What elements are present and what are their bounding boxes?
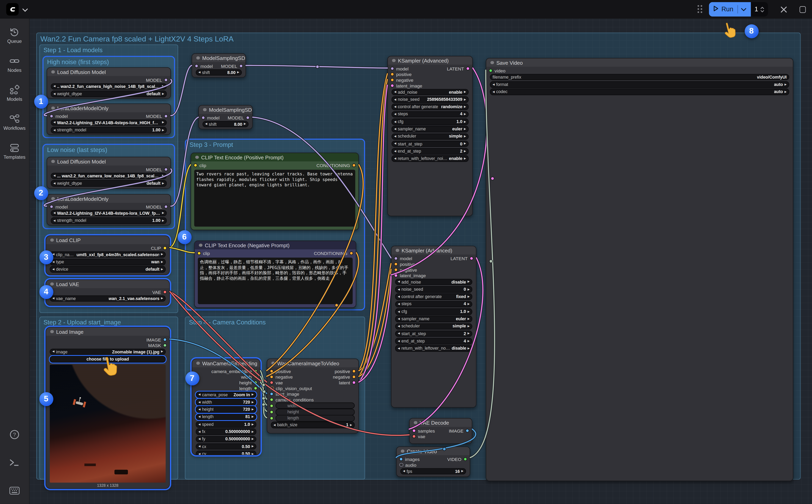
sidebar-item-nodes[interactable]: Nodes — [8, 56, 21, 73]
decrement-arrow-icon[interactable]: ◀ — [394, 135, 396, 138]
widget-weight_dtype[interactable]: ◀weight_dtypedefault▶ — [51, 180, 167, 187]
node-header[interactable]: Load VAE — [46, 280, 169, 288]
widget-steps[interactable]: ◀steps4▶ — [392, 111, 469, 118]
increment-arrow-icon[interactable]: ▶ — [468, 288, 470, 291]
node-ms2[interactable]: ModelSamplingSD3modelMODEL◀shift8.00▶ — [198, 105, 253, 129]
decrement-arrow-icon[interactable]: ◀ — [198, 71, 200, 74]
widget-clip_name[interactable]: ◀clip_nameumt5_xxl_fp8_e4m3fn_scaled.saf… — [50, 251, 166, 258]
decrement-arrow-icon[interactable]: ◀ — [52, 261, 54, 263]
node-header[interactable]: Load Image — [46, 327, 169, 336]
widget-noise_seed[interactable]: ◀noise_seed258965858433509▶ — [392, 96, 469, 103]
increment-arrow-icon[interactable]: ▶ — [161, 268, 163, 271]
input-dot-model[interactable] — [194, 64, 198, 68]
comfyui-logo-icon[interactable] — [6, 3, 19, 16]
node-header[interactable]: CLIP Text Encode (Negative Prompt) — [194, 241, 356, 249]
increment-arrow-icon[interactable]: ▶ — [468, 317, 470, 320]
decrement-arrow-icon[interactable]: ◀ — [398, 288, 400, 291]
decrement-arrow-icon[interactable]: ◀ — [53, 212, 56, 214]
node-header[interactable]: ModelSamplingSD3 — [192, 54, 246, 62]
input-dot-negative[interactable] — [270, 375, 273, 379]
widget-control after generate[interactable]: ◀control after generatefixed▶ — [395, 293, 472, 300]
widget-slot-width[interactable]: width — [276, 402, 355, 409]
keyboard-shortcuts-icon[interactable] — [9, 485, 20, 495]
increment-arrow-icon[interactable]: ▶ — [468, 347, 470, 350]
decrement-arrow-icon[interactable]: ◀ — [398, 340, 400, 342]
input-dot-audio[interactable] — [399, 463, 403, 467]
input-dot-negative[interactable] — [391, 78, 394, 82]
widget-value[interactable]: ◀Wan2.2-Lightning_I2V-A14B-4steps-lora_L… — [51, 210, 167, 216]
input-dot-vae[interactable] — [412, 435, 416, 438]
input-dot-samples[interactable] — [412, 429, 416, 432]
decrement-arrow-icon[interactable]: ◀ — [398, 295, 400, 298]
output-dot-MODEL[interactable] — [164, 168, 168, 171]
node-header[interactable]: KSampler (Advanced) — [388, 56, 472, 65]
increment-arrow-icon[interactable]: ▶ — [162, 92, 164, 95]
run-options-chevron-icon[interactable] — [741, 6, 746, 13]
widget-start_at_step[interactable]: ◀start_at_step2▶ — [395, 331, 472, 337]
decrement-arrow-icon[interactable]: ◀ — [394, 157, 396, 160]
node-load_clip[interactable]: Load CLIPCLIP◀clip_nameumt5_xxl_fp8_e4m3… — [45, 235, 170, 275]
widget-codec[interactable]: ◀codecauto▶ — [490, 89, 789, 95]
increment-arrow-icon[interactable]: ▶ — [252, 452, 254, 455]
decrement-arrow-icon[interactable]: ◀ — [198, 416, 200, 418]
widget-type[interactable]: ◀typewan▶ — [50, 259, 166, 265]
input-dot-length[interactable] — [270, 416, 273, 420]
increment-arrow-icon[interactable]: ▶ — [464, 91, 466, 93]
widget-value[interactable]: ◀Wan2.2-Lightning_I2V-A14B-4steps-lora_H… — [51, 119, 167, 126]
drag-handle[interactable] — [698, 5, 703, 13]
widget-scheduler[interactable]: ◀schedulersimple▶ — [395, 323, 472, 330]
decrement-arrow-icon[interactable]: ◀ — [394, 128, 396, 131]
sidebar-item-templates[interactable]: Templates — [4, 143, 25, 160]
increment-arrow-icon[interactable]: ▶ — [461, 470, 464, 473]
output-dot-MODEL[interactable] — [164, 114, 168, 118]
decrement-arrow-icon[interactable]: ◀ — [198, 423, 200, 426]
increment-arrow-icon[interactable]: ▶ — [784, 83, 787, 86]
node-vae_decode[interactable]: VAE DecodesamplesIMAGEvae — [409, 418, 472, 444]
close-icon[interactable] — [780, 6, 787, 13]
widget-image[interactable]: ◀imageZoomable image (1).jpg▶ — [50, 349, 166, 355]
node-save_video[interactable]: Save Videovideofilename_prefixvideo/Comf… — [486, 58, 793, 481]
node-load_image[interactable]: Load ImageIMAGEMASK◀imageZoomable image … — [45, 327, 170, 489]
decrement-arrow-icon[interactable]: ◀ — [53, 85, 56, 88]
increment-arrow-icon[interactable]: ▶ — [784, 90, 787, 93]
decrement-arrow-icon[interactable]: ◀ — [198, 438, 200, 441]
increment-arrow-icon[interactable]: ▶ — [464, 98, 466, 101]
decrement-arrow-icon[interactable]: ◀ — [274, 424, 276, 426]
node-wan_embed[interactable]: WanCameraEmbeddingcamera_embeddingwidthh… — [192, 359, 261, 455]
sidebar-item-models[interactable]: Models — [7, 85, 22, 102]
node-header[interactable]: Load Diffusion Model — [47, 157, 170, 166]
node-ldm_low[interactable]: Load Diffusion ModelMODEL◀... wan2.2_fun… — [47, 157, 171, 189]
increment-arrow-icon[interactable]: ▶ — [350, 424, 352, 426]
increment-arrow-icon[interactable]: ▶ — [252, 401, 254, 404]
sidebar-item-workflows[interactable]: Workflows — [3, 114, 25, 131]
increment-arrow-icon[interactable]: ▶ — [468, 310, 470, 313]
widget-device[interactable]: ◀devicedefault▶ — [50, 266, 166, 273]
output-dot-height[interactable] — [254, 381, 257, 384]
node-header[interactable]: Create Video — [397, 447, 470, 455]
node-ks2[interactable]: KSampler (Advanced)modelLATENTpositivene… — [391, 246, 476, 408]
widget-scheduler[interactable]: ◀schedulersimple▶ — [392, 133, 469, 140]
node-create_video[interactable]: Create VideoimagesVIDEOaudio◀fps16▶ — [396, 446, 470, 477]
increment-arrow-icon[interactable]: ▶ — [162, 212, 164, 214]
decrement-arrow-icon[interactable]: ◀ — [398, 332, 400, 335]
decrement-arrow-icon[interactable]: ◀ — [52, 297, 54, 300]
output-dot-LATENT[interactable] — [470, 257, 473, 260]
output-dot-latent[interactable] — [352, 381, 356, 384]
increment-arrow-icon[interactable]: ▶ — [464, 142, 466, 145]
output-dot-VIDEO[interactable] — [463, 457, 467, 461]
increment-arrow-icon[interactable]: ▶ — [252, 408, 254, 411]
node-header[interactable]: CLIP Text Encode (Positive Prompt) — [191, 153, 358, 162]
increment-arrow-icon[interactable]: ▶ — [162, 175, 164, 177]
increment-arrow-icon[interactable]: ▶ — [252, 430, 254, 433]
node-lora_low[interactable]: LoraLoaderModelOnlymodelMODEL◀Wan2.2-Lig… — [47, 194, 171, 226]
node-load_vae[interactable]: Load VAEVAE◀vae_namewan_2.1_vae.safetens… — [45, 279, 170, 306]
node-header[interactable]: ModelSamplingSD3 — [199, 106, 252, 114]
increment-arrow-icon[interactable]: ▶ — [464, 157, 466, 160]
graph-canvas[interactable]: Wan2.2 Fun Camera fp8 scaled + LightX2V … — [0, 0, 812, 504]
decrement-arrow-icon[interactable]: ◀ — [205, 123, 207, 126]
widget-strength_model[interactable]: ◀strength_model1.00▶ — [51, 127, 167, 133]
increment-arrow-icon[interactable]: ▶ — [162, 85, 164, 88]
increment-arrow-icon[interactable]: ▶ — [252, 416, 254, 418]
decrement-arrow-icon[interactable]: ◀ — [53, 175, 56, 177]
output-dot-MODEL[interactable] — [164, 78, 168, 82]
